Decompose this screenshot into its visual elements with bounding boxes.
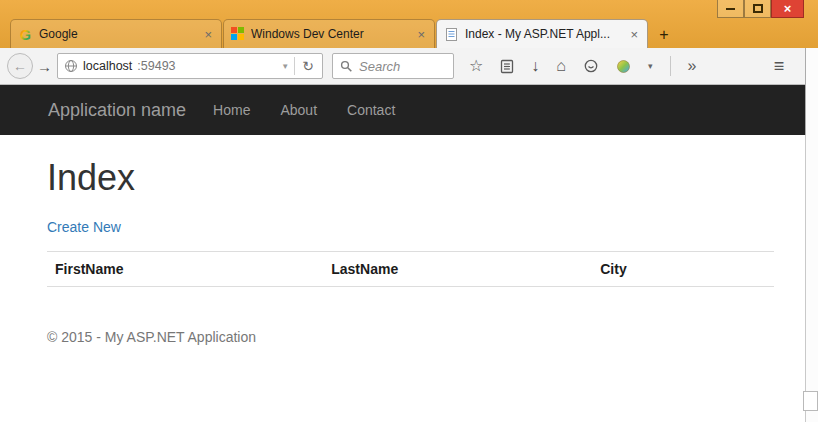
search-placeholder: Search [359,59,400,74]
site-navbar: Application name Home About Contact [0,85,806,135]
tab-strip: G Google × Windows Dev Center × [10,19,679,48]
svg-text:G: G [20,27,31,42]
forward-button[interactable]: → [37,58,52,75]
addon-dropdown-icon[interactable]: ▾ [648,61,653,71]
create-new-row: Create New [47,218,774,236]
column-header-lastname: LastName [323,252,592,287]
nav-link-home[interactable]: Home [198,85,265,135]
maximize-icon [753,4,763,13]
navigation-toolbar: ← → localhost:59493 ▼ ↻ Search ☆ [0,48,806,85]
chat-bubble-icon[interactable] [583,59,599,74]
column-header-firstname: FirstName [47,252,323,287]
minimize-button[interactable] [717,0,744,18]
create-new-link[interactable]: Create New [47,219,121,235]
maximize-button[interactable] [744,0,771,18]
url-dropdown-icon[interactable]: ▼ [281,62,289,71]
windows-favicon-icon [231,27,245,41]
search-icon [340,60,353,73]
tab-title: Index - My ASP.NET Appl... [465,27,622,41]
search-box[interactable]: Search [332,53,454,79]
addon-icon[interactable] [616,59,631,74]
new-tab-button[interactable]: + [649,22,679,48]
site-globe-icon [64,59,78,73]
home-icon[interactable]: ⌂ [556,58,566,74]
overflow-chevron-icon[interactable]: » [688,58,697,74]
reload-button[interactable]: ↻ [300,58,316,74]
downloads-icon[interactable]: ↓ [531,58,539,74]
tab-google[interactable]: G Google × [10,19,222,48]
url-host: localhost [83,59,132,73]
navbar-links: Home About Contact [198,85,410,135]
back-button[interactable]: ← [7,53,33,79]
browser-window: G Google × Windows Dev Center × [0,0,818,422]
desktop-strip [806,48,818,422]
url-port: :59493 [137,59,175,73]
tab-title: Google [39,27,196,41]
records-table: FirstName LastName City [47,251,774,287]
nav-link-about[interactable]: About [265,85,332,135]
nav-link-contact[interactable]: Contact [332,85,410,135]
tab-windows-dev-center[interactable]: Windows Dev Center × [223,19,435,48]
window-controls: × [717,0,804,18]
page-favicon-icon [444,27,459,42]
tab-close-icon[interactable]: × [628,28,640,41]
table-header: FirstName LastName City [47,252,774,287]
copyright-footer: © 2015 - My ASP.NET Application [47,329,774,345]
titlebar: G Google × Windows Dev Center × [0,0,818,48]
tab-title: Windows Dev Center [251,27,409,41]
toolbar-divider [670,56,671,76]
navbar-brand[interactable]: Application name [48,100,186,121]
google-favicon-icon: G [18,27,33,42]
page-content: Index Create New FirstName LastName City… [0,135,806,422]
minimize-icon [726,8,735,10]
page-title: Index [47,157,774,199]
tab-aspnet-index[interactable]: Index - My ASP.NET Appl... × [436,19,648,48]
bookmark-star-icon[interactable]: ☆ [469,58,483,74]
column-header-city: City [592,252,774,287]
tab-close-icon[interactable]: × [415,28,427,41]
address-bar[interactable]: localhost:59493 ▼ ↻ [57,53,323,79]
close-button[interactable]: × [771,0,804,18]
urlbar-divider [294,57,295,75]
desktop-artifact [803,391,818,411]
hamburger-menu-button[interactable]: ≡ [760,53,798,80]
table-header-row: FirstName LastName City [47,252,774,287]
toolbar-icons: ☆ ↓ ⌂ ▾ » [469,56,696,76]
reading-list-icon[interactable] [500,59,514,74]
tab-close-icon[interactable]: × [202,28,214,41]
